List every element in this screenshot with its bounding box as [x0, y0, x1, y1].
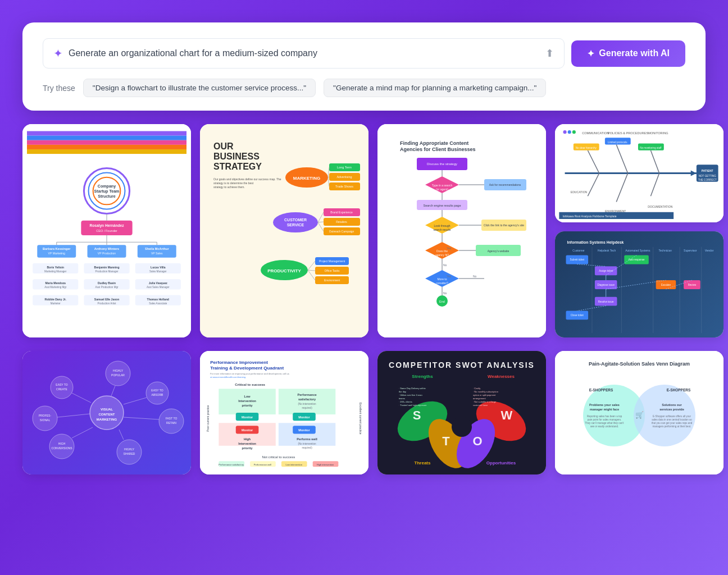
search-input[interactable]	[69, 48, 540, 58]
svg-text:Anthony Winters: Anthony Winters	[94, 247, 119, 250]
svg-text:Discuss the strategy: Discuss the strategy	[427, 162, 457, 166]
svg-line-89	[328, 177, 329, 186]
svg-text:MONITORING: MONITORING	[648, 131, 668, 135]
svg-text:SERVICE: SERVICE	[287, 223, 304, 227]
svg-text:NOT GETTING: NOT GETTING	[699, 175, 717, 177]
svg-line-195	[577, 264, 606, 266]
svg-text:· 200+ clients: · 200+ clients	[399, 400, 412, 403]
svg-text:Automated Systems: Automated Systems	[625, 249, 650, 252]
svg-text:customer base: customer base	[473, 404, 488, 407]
svg-text:VP Sales: VP Sales	[151, 252, 163, 255]
svg-text:High intervention: High intervention	[317, 463, 334, 466]
svg-text:Sheila McArthur: Sheila McArthur	[145, 247, 169, 250]
svg-text:Solutions our: Solutions our	[662, 403, 682, 407]
svg-text:Review: Review	[688, 284, 697, 286]
fishbone-card[interactable]: COMMUNICATION POLICIES & PROCEDURES MONI…	[555, 124, 724, 222]
svg-text:Look through: Look through	[434, 224, 450, 227]
svg-point-137	[563, 130, 567, 134]
flowchart-svg: Finding Appropriate Content Agencies for…	[383, 130, 540, 332]
svg-text:High: High	[244, 437, 251, 441]
flowchart-card[interactable]: Finding Appropriate Content Agencies for…	[377, 124, 546, 337]
svg-line-152	[650, 150, 659, 174]
svg-text:required): required)	[302, 407, 312, 409]
svg-text:search results: search results	[433, 228, 451, 231]
svg-line-150	[588, 150, 599, 174]
gallery-grid: Company Startup Team Structure Rosalyn H…	[22, 124, 706, 337]
svg-text:HIGH: HIGH	[58, 442, 66, 445]
mindmap-card[interactable]: VISUAL CONTENT MARKETING EASY TO CREATE …	[22, 351, 191, 474]
svg-text:W: W	[501, 408, 513, 422]
svg-text:VP Production: VP Production	[98, 252, 116, 255]
svg-text:PROFES-: PROFES-	[39, 414, 52, 417]
venn-svg: Pain-Agitate-Solution Sales Venn Diagram…	[561, 357, 718, 469]
swot-svg: COMPETITOR SWOT ANALYSIS Strengths Weakn…	[383, 357, 540, 469]
svg-text:Monitor: Monitor	[298, 416, 310, 419]
svg-text:Performance satisfactory: Performance satisfactory	[219, 463, 244, 466]
svg-text:Click the link to the agency's: Click the link to the agency's site	[484, 223, 524, 227]
svg-text:Intervention: Intervention	[238, 442, 256, 445]
svg-text:No: No	[473, 275, 477, 278]
suggestion-chip-2[interactable]: "Generate a mind map for planning a mark…	[324, 79, 546, 97]
helpdesk-svg: Information Systems Helpdesk Customer He…	[559, 236, 719, 333]
svg-text:Intervention: Intervention	[238, 399, 256, 403]
svg-line-94	[308, 270, 315, 271]
svg-text:E-Shopper software offers all : E-Shopper software offers all your	[653, 415, 691, 418]
svg-text:see or easily understand.: see or easily understand.	[590, 425, 618, 428]
svg-text:Marketer: Marketer	[51, 302, 61, 305]
svg-line-225	[124, 417, 159, 419]
quadrant-card[interactable]: Performance Improvement Training & Devel…	[200, 351, 368, 474]
svg-text:More to: More to	[438, 277, 447, 281]
svg-text:End: End	[439, 300, 445, 303]
generate-button[interactable]: ✦ Generate with AI	[571, 40, 685, 67]
venn-card[interactable]: Pain-Agitate-Solution Sales Venn Diagram…	[555, 351, 724, 474]
swot-card[interactable]: COMPETITOR SWOT ANALYSIS Strengths Weakn…	[377, 351, 546, 474]
svg-text:agency fit?: agency fit?	[435, 253, 449, 257]
svg-line-233	[119, 430, 124, 440]
strategy-svg: OUR BUSINESS STRATEGY Our goals and obje…	[206, 130, 363, 332]
try-these-row: Try these "Design a flowchart to illustr…	[43, 79, 685, 97]
svg-point-70	[273, 212, 318, 232]
svg-text:(No intervention: (No intervention	[298, 403, 317, 405]
svg-text:Production Manager: Production Manager	[95, 270, 119, 273]
org-chart-card[interactable]: Company Startup Team Structure Rosalyn H…	[22, 124, 191, 337]
svg-text:Finding Appropriate Content: Finding Appropriate Content	[400, 140, 468, 146]
svg-text:Supervisor: Supervisor	[684, 249, 697, 252]
svg-text:T: T	[442, 434, 450, 448]
svg-text:DOCUMENTATION: DOCUMENTATION	[648, 205, 672, 208]
svg-text:No: No	[443, 291, 447, 295]
svg-text:Retailers: Retailers	[336, 220, 347, 223]
strategy-card[interactable]: OUR BUSINESS STRATEGY Our goals and obje…	[200, 124, 368, 337]
svg-text:VISUAL: VISUAL	[101, 408, 113, 411]
svg-text:Weaknesses: Weaknesses	[488, 374, 515, 379]
svg-text:They can't manage what they ca: They can't manage what they can't	[585, 422, 624, 425]
svg-rect-4	[27, 149, 186, 154]
col4-stack: COMMUNICATION POLICIES & PROCEDURES MONI…	[555, 124, 724, 337]
helpdesk-card[interactable]: Information Systems Helpdesk Customer He…	[555, 231, 724, 337]
svg-text:Outreach Campaign: Outreach Campaign	[329, 230, 354, 233]
svg-line-95	[308, 270, 315, 280]
svg-rect-3	[27, 145, 186, 149]
svg-text:DOSAGE: DOSAGE	[702, 182, 713, 185]
svg-line-93	[308, 261, 315, 270]
svg-text:sales data in one central loca: sales data in one central location so	[652, 418, 692, 421]
suggestion-chip-1[interactable]: "Design a flowchart to illustrate the cu…	[83, 79, 316, 97]
svg-line-229	[72, 427, 93, 438]
svg-line-155	[650, 174, 659, 197]
svg-marker-144	[691, 170, 697, 176]
svg-text:(No intervention: (No intervention	[298, 442, 317, 445]
svg-text:Agency's website: Agency's website	[488, 249, 509, 253]
svg-text:HIGHLY: HIGHLY	[124, 448, 135, 451]
svg-line-221	[57, 414, 90, 417]
upload-icon[interactable]: ⬆	[545, 47, 554, 60]
svg-text:RETAIN: RETAIN	[166, 421, 176, 425]
svg-text:strategy to achieve them.: strategy to achieve them.	[213, 185, 245, 189]
svg-text:option or split payment: option or split payment	[473, 394, 496, 396]
svg-text:No monitoring staff: No monitoring staff	[640, 147, 662, 149]
svg-text:teams: teams	[399, 397, 405, 400]
svg-text:For more information on improv: For more information on improving your p…	[210, 372, 289, 375]
svg-text:OUR: OUR	[213, 142, 234, 151]
svg-text:Dudley Basin: Dudley Basin	[98, 281, 116, 285]
svg-line-213	[111, 386, 115, 396]
svg-text:Low intervention: Low intervention	[286, 463, 302, 466]
svg-text:Training & Development Quadran: Training & Development Quadrant	[210, 366, 284, 371]
